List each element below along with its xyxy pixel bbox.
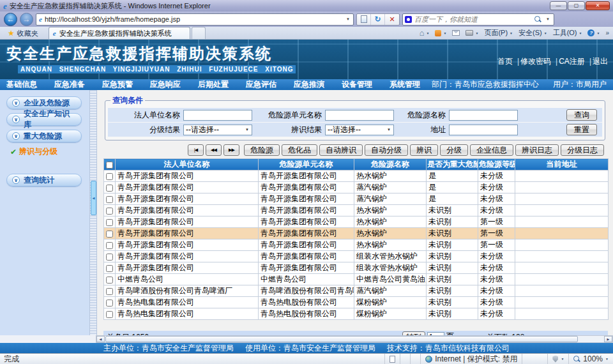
- menu-item[interactable]: 应急评估: [246, 79, 276, 90]
- cell-is-major: 未识别: [427, 216, 478, 228]
- back-button[interactable]: ←: [4, 13, 17, 26]
- first-page-button[interactable]: |◀: [188, 144, 204, 156]
- grade-result-select[interactable]: --请选择--▼: [183, 125, 252, 135]
- row-checkbox[interactable]: [106, 288, 113, 295]
- security-zone-pane[interactable]: Internet | 保护模式: 禁用: [420, 354, 522, 364]
- tools-menu[interactable]: 工具(O)▼: [553, 28, 582, 38]
- toolbar-button[interactable]: 辨识: [410, 144, 438, 156]
- safety-menu[interactable]: 安全(S)▼: [518, 28, 547, 38]
- row-checkbox[interactable]: [106, 208, 113, 215]
- new-tab-stub[interactable]: [192, 27, 206, 39]
- row-checkbox[interactable]: [106, 242, 113, 249]
- toolbar-button[interactable]: 企业信息: [470, 144, 513, 156]
- row-checkbox[interactable]: [106, 231, 113, 238]
- toolbar-button[interactable]: 分级: [440, 144, 468, 156]
- table-row[interactable]: 青岛开源集团有限公司 青岛开源集团有限公司 热水锅炉 是 未分级: [104, 171, 609, 182]
- table-row[interactable]: 青岛开源集团有限公司 青岛开源集团有限公司 热水锅炉 未识别 第一级: [104, 239, 609, 251]
- hazard-name-input[interactable]: [449, 110, 518, 121]
- scrollbar-thumb[interactable]: [105, 336, 578, 342]
- header-link[interactable]: CA注册: [551, 57, 585, 66]
- feeds-button[interactable]: ▼: [435, 30, 446, 36]
- table-row[interactable]: 青岛开源集团有限公司 青岛开源集团有限公司 热水锅炉 未识别 第一级: [104, 228, 609, 239]
- close-button[interactable]: ✕: [586, 1, 610, 10]
- address-input[interactable]: [449, 125, 518, 135]
- menu-item[interactable]: 应急预警: [102, 79, 133, 90]
- scroll-left-icon[interactable]: ◀: [96, 336, 105, 342]
- protected-mode-pane[interactable]: ▼: [547, 354, 568, 364]
- zoom-control[interactable]: 100% ▼: [568, 354, 613, 364]
- row-checkbox[interactable]: [106, 265, 113, 272]
- search-button[interactable]: 查询: [566, 109, 597, 121]
- toolbar-button[interactable]: 自动辨识: [319, 144, 363, 156]
- row-checkbox[interactable]: [106, 196, 113, 203]
- toolbar-button[interactable]: 分级日志: [561, 144, 604, 156]
- home-button[interactable]: ⌂▼: [420, 29, 430, 37]
- table-row[interactable]: 青岛开源集团有限公司 青岛开源集团有限公司 组装水管热水锅炉 未识别 未分级: [104, 251, 609, 262]
- address-dropdown-icon[interactable]: ▼: [344, 17, 352, 21]
- prev-page-button[interactable]: ◀◀: [206, 144, 222, 156]
- sidebar-item-identify-grade[interactable]: ✔ 辨识与分级: [10, 146, 89, 157]
- address-bar[interactable]: e http://localhost:90/yjzh/frame/homepag…: [36, 13, 354, 26]
- sidebar-group-knowledge-base[interactable]: ∨ 安全生产知识库: [6, 113, 82, 126]
- table-row[interactable]: 青岛开源集团有限公司 青岛开源集团有限公司 热水锅炉 未识别 未分级: [104, 205, 609, 216]
- sidebar-group-query-stats[interactable]: ∨ 查询统计: [6, 174, 82, 186]
- toolbar-button[interactable]: 辨识日志: [515, 144, 559, 156]
- table-row[interactable]: 青岛开源集团有限公司 青岛开源集团有限公司 蒸汽锅炉 是 未分级: [104, 193, 609, 205]
- table-row[interactable]: 青岛开源集团有限公司 青岛开源集团有限公司 蒸汽锅炉 是 未分级: [104, 182, 609, 193]
- help-menu[interactable]: ?▼: [587, 29, 600, 36]
- menu-item[interactable]: 设备管理: [342, 79, 372, 90]
- menu-item[interactable]: 系统管理: [390, 79, 420, 90]
- sidebar-group-major-hazard[interactable]: ∨ 重大危险源: [6, 130, 82, 142]
- row-checkbox[interactable]: [106, 254, 113, 261]
- header-link[interactable]: 修改密码: [513, 57, 551, 66]
- table-row[interactable]: 青岛开源集团有限公司 青岛开源集团有限公司 热水锅炉 未识别 第一级: [104, 216, 609, 228]
- minimize-button[interactable]: —: [550, 1, 567, 10]
- favorites-button[interactable]: ★ 收藏夹: [3, 27, 43, 39]
- table-row[interactable]: 青岛开源集团有限公司 青岛开源集团有限公司 组装水管热水锅炉 未识别 未分级: [104, 262, 609, 274]
- sidebar-splitter[interactable]: ◀: [89, 90, 97, 335]
- splitter-collapse-handle[interactable]: ◀: [91, 181, 96, 215]
- horizontal-scrollbar[interactable]: ◀ ▶: [96, 335, 613, 343]
- row-checkbox[interactable]: [106, 185, 113, 192]
- corp-name-input[interactable]: [183, 110, 252, 121]
- row-checkbox[interactable]: [106, 277, 113, 284]
- select-all-checkbox[interactable]: [106, 162, 113, 169]
- search-box[interactable]: 百度一下，你就知道 ▼: [402, 13, 554, 26]
- next-page-button[interactable]: ▶▶: [223, 144, 239, 156]
- table-row[interactable]: 中燃青岛公司 中燃青岛公司 中燃青岛公司黄岛油库锅炉 未识别 未分级: [104, 274, 609, 285]
- hazard-unit-input[interactable]: [325, 110, 394, 121]
- read-mail-button[interactable]: [452, 30, 460, 36]
- compatibility-view-button[interactable]: [357, 14, 371, 25]
- menu-item[interactable]: 应急推演: [294, 79, 324, 90]
- menu-item[interactable]: 基础信息: [6, 79, 37, 90]
- identify-result-select[interactable]: --请选择--▼: [325, 125, 394, 135]
- row-checkbox[interactable]: [106, 219, 113, 226]
- tab-active[interactable]: e 安全生产应急救援指挥辅助决策系统: [49, 27, 190, 39]
- menu-item[interactable]: 应急响应: [150, 79, 181, 90]
- search-icon[interactable]: [534, 16, 541, 23]
- header-link[interactable]: 退出: [585, 57, 608, 66]
- refresh-button[interactable]: ↻: [371, 14, 385, 25]
- toolbar-button[interactable]: 自动分级: [365, 144, 408, 156]
- page-menu[interactable]: 页面(P)▼: [484, 28, 513, 38]
- toolbar-button[interactable]: 危化品: [282, 144, 317, 156]
- sidebar-group-enterprise-hazard[interactable]: ∨ 企业及危险源: [6, 96, 82, 109]
- toolbar-button[interactable]: 危险源: [244, 144, 280, 156]
- stop-button[interactable]: ✕: [385, 14, 399, 25]
- search-dropdown-icon[interactable]: ▼: [544, 17, 552, 21]
- table-row[interactable]: 青岛热电集团有限公司 青岛热电股份有限公司 煤粉锅炉 未识别 未分级: [104, 308, 609, 320]
- maximize-button[interactable]: ▢: [568, 1, 585, 10]
- row-checkbox[interactable]: [106, 311, 113, 318]
- menu-item[interactable]: 后期处置: [198, 79, 229, 90]
- menu-item[interactable]: 应急准备: [54, 79, 85, 90]
- row-checkbox[interactable]: [106, 173, 113, 180]
- overflow-chevron-icon[interactable]: »: [605, 29, 609, 36]
- header-link[interactable]: 首页: [497, 57, 513, 66]
- table-row[interactable]: 青岛热电集团有限公司 青岛热电股份有限公司 煤粉锅炉 未识别 未分级: [104, 297, 609, 308]
- row-checkbox[interactable]: [106, 300, 113, 307]
- forward-button[interactable]: →: [20, 13, 33, 26]
- scroll-right-icon[interactable]: ▶: [604, 336, 612, 342]
- table-row[interactable]: 青岛啤酒股份有限公司青岛啤酒厂 青岛啤酒股份有限公司青岛啤酒厂 蒸汽锅炉 未识别…: [104, 285, 609, 297]
- reset-button[interactable]: 重置: [566, 124, 597, 135]
- print-button[interactable]: ▼: [465, 30, 478, 36]
